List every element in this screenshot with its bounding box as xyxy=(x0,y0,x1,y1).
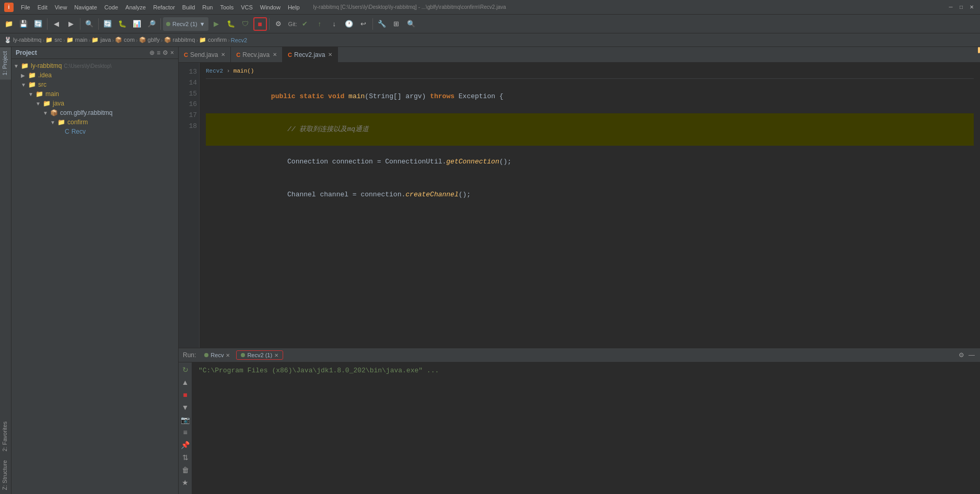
toolbar-sep-2 xyxy=(80,18,80,30)
menu-analyze[interactable]: Analyze xyxy=(122,3,149,11)
run-screenshot-btn[interactable]: 📷 xyxy=(180,415,191,425)
run-favorite-btn[interactable]: ★ xyxy=(180,477,191,488)
run-wrap-btn[interactable]: ≡ xyxy=(180,427,191,438)
git-push-btn[interactable]: ↑ xyxy=(313,17,326,31)
run-config-dropdown[interactable]: Recv2 (1) ▼ xyxy=(163,17,208,31)
toolbar-search-btn[interactable]: 🔍 xyxy=(83,17,96,31)
run-tab-recv2[interactable]: Recv2 (1) ✕ xyxy=(236,350,283,360)
tree-package-label: com.gblfy.rabbitmq xyxy=(60,109,112,116)
run-clear-btn[interactable]: 🗑 xyxy=(180,465,191,475)
tree-idea[interactable]: ▶ 📁 .idea xyxy=(11,70,178,80)
project-collapse-btn[interactable]: ≡ xyxy=(157,49,160,56)
menu-window[interactable]: Window xyxy=(257,3,284,11)
tree-src[interactable]: ▼ 📁 src xyxy=(11,80,178,89)
run-collapse-btn[interactable]: — xyxy=(967,350,976,360)
run-tab-recv2-close[interactable]: ✕ xyxy=(274,352,278,358)
line-num-16: 16 xyxy=(181,99,197,110)
menu-code[interactable]: Code xyxy=(101,3,121,11)
debug-button[interactable]: 🐛 xyxy=(224,17,238,31)
breadcrumb: 🐰 ly-rabbitmq › 📁 src › 📁 main › 📁 java … xyxy=(0,33,980,47)
tree-main[interactable]: ▼ 📁 main xyxy=(11,89,178,99)
project-panel: Project ⊕ ≡ ⚙ × ▼ 📁 ly-rabbitmq C:\Users… xyxy=(11,47,179,494)
breadcrumb-src[interactable]: 📁 src xyxy=(45,37,62,43)
sidebar-tab-favorites[interactable]: 2: Favorites xyxy=(0,417,11,455)
window-controls: ─ □ ✕ xyxy=(947,3,976,11)
git-revert-btn[interactable]: ↩ xyxy=(357,17,370,31)
tree-root[interactable]: ▼ 📁 ly-rabbitmq C:\Users\ly\Desktop\ xyxy=(11,61,178,70)
toolbar-find-btn[interactable]: 🔍 xyxy=(404,17,418,31)
menu-help[interactable]: Help xyxy=(285,3,303,11)
git-commit-btn[interactable]: ✔ xyxy=(298,17,312,31)
tree-src-icon: 📁 xyxy=(28,81,36,88)
run-sort-btn[interactable]: ⇅ xyxy=(180,452,191,463)
menu-tools[interactable]: Tools xyxy=(217,3,237,11)
breadcrumb-java[interactable]: 📁 java xyxy=(91,37,111,43)
tree-confirm[interactable]: ▼ 📁 confirm xyxy=(11,117,178,127)
menu-refactor[interactable]: Refactor xyxy=(150,3,178,11)
toolbar-coverage-btn[interactable]: 🔎 xyxy=(145,17,158,31)
toolbar-save-btn[interactable]: 💾 xyxy=(17,17,30,31)
code-line-18: Channel channel = connection.createChann… xyxy=(206,179,974,211)
menu-run[interactable]: Run xyxy=(199,3,216,11)
project-new-btn[interactable]: ⊕ xyxy=(149,49,155,56)
run-tab-recv-close[interactable]: ✕ xyxy=(226,352,230,358)
menu-view[interactable]: View xyxy=(52,3,71,11)
tree-recv[interactable]: C Recv xyxy=(11,127,178,136)
breadcrumb-ly-rabbitmq[interactable]: 🐰 ly-rabbitmq xyxy=(4,37,41,43)
breadcrumb-confirm[interactable]: 📁 confirm xyxy=(199,37,227,43)
toolbar-sync-btn[interactable]: 🔄 xyxy=(31,17,45,31)
tab-recv2-java[interactable]: C Recv2.java ✕ xyxy=(283,47,338,63)
tab-send-java-close[interactable]: ✕ xyxy=(221,52,225,57)
run-button[interactable]: ▶ xyxy=(209,17,223,31)
run-scroll-up-btn[interactable]: ▲ xyxy=(180,377,191,387)
run-rerun-btn[interactable]: ↻ xyxy=(180,364,191,375)
toolbar-settings-btn[interactable]: ⚙ xyxy=(272,17,285,31)
coverage-button[interactable]: 🛡 xyxy=(239,17,252,31)
tree-package[interactable]: ▼ 📦 com.gblfy.rabbitmq xyxy=(11,108,178,117)
run-stop-btn[interactable]: ■ xyxy=(180,390,191,400)
breadcrumb-com[interactable]: 📦 com xyxy=(115,37,135,43)
breadcrumb-gblfy[interactable]: 📦 gblfy xyxy=(139,37,160,43)
toolbar-back-btn[interactable]: ◀ xyxy=(50,17,63,31)
menu-vcs[interactable]: VCS xyxy=(238,3,256,11)
tab-recv-java[interactable]: C Recv.java ✕ xyxy=(231,47,283,63)
breadcrumb-recv2[interactable]: Recv2 xyxy=(231,37,247,43)
maximize-button[interactable]: □ xyxy=(957,3,965,11)
code-editor[interactable]: Recv2 › main() public static void main(S… xyxy=(200,63,980,348)
git-history-btn[interactable]: 🕐 xyxy=(342,17,356,31)
project-settings-btn[interactable]: ⚙ xyxy=(162,49,168,56)
toolbar-open-btn[interactable]: 📁 xyxy=(2,17,16,31)
run-output-line-1: "C:\Program Files (x86)\Java\jdk1.8.0_20… xyxy=(199,367,974,374)
toolbar-forward-btn[interactable]: ▶ xyxy=(64,17,78,31)
sidebar-tab-structure[interactable]: Z: Structure xyxy=(0,456,11,494)
toolbar-profile-btn[interactable]: 📊 xyxy=(130,17,144,31)
toolbar-wrench-btn[interactable]: 🔧 xyxy=(375,17,389,31)
toolbar-layout-btn[interactable]: ⊞ xyxy=(390,17,403,31)
sidebar-tab-project[interactable]: 1: Project xyxy=(0,47,11,79)
run-tab-recv[interactable]: Recv ✕ xyxy=(200,351,234,359)
run-scroll-down-btn[interactable]: ▼ xyxy=(180,402,191,413)
toolbar-run2-btn[interactable]: 🔄 xyxy=(101,17,114,31)
toolbar-debug-btn[interactable]: 🐛 xyxy=(115,17,129,31)
line-num-17: 17 xyxy=(181,110,197,121)
project-close-btn[interactable]: × xyxy=(170,49,174,56)
menu-navigate[interactable]: Navigate xyxy=(71,3,100,11)
run-config-indicator xyxy=(166,22,170,26)
stop-button[interactable]: ■ xyxy=(253,17,267,31)
code-nav-method: main() xyxy=(234,68,254,74)
menu-edit[interactable]: Edit xyxy=(34,3,51,11)
tab-recv2-java-close[interactable]: ✕ xyxy=(328,52,332,57)
run-settings-btn[interactable]: ⚙ xyxy=(958,350,965,360)
line-num-15: 15 xyxy=(181,89,197,100)
tab-recv-java-close[interactable]: ✕ xyxy=(273,52,277,57)
run-pin-btn[interactable]: 📌 xyxy=(180,440,191,450)
minimize-button[interactable]: ─ xyxy=(947,3,955,11)
breadcrumb-rabbitmq[interactable]: 📦 rabbitmq xyxy=(164,37,195,43)
git-pull-btn[interactable]: ↓ xyxy=(328,17,341,31)
menu-file[interactable]: File xyxy=(18,3,33,11)
tree-java[interactable]: ▼ 📁 java xyxy=(11,99,178,108)
menu-build[interactable]: Build xyxy=(179,3,198,11)
tab-send-java[interactable]: C Send.java ✕ xyxy=(179,47,231,63)
breadcrumb-main[interactable]: 📁 main xyxy=(66,37,88,43)
close-button[interactable]: ✕ xyxy=(967,3,976,11)
